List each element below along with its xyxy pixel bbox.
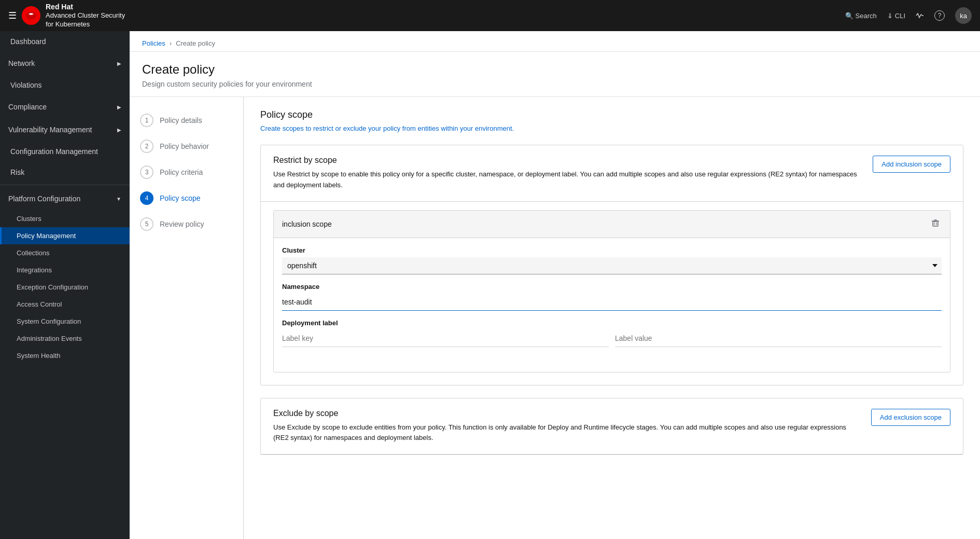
sidebar-item-platform-configuration[interactable]: Platform Configuration ▼	[0, 187, 130, 210]
sidebar-item-configuration-management[interactable]: Configuration Management	[0, 141, 130, 162]
restrict-section-desc: Use Restrict by scope to enable this pol…	[273, 169, 860, 191]
download-icon: ⇓	[887, 12, 893, 20]
sidebar: Dashboard Network ▶ Violations Complianc…	[0, 31, 130, 539]
page-subtitle: Design custom security policies for your…	[142, 80, 968, 88]
step-label-2: Policy behavior	[160, 142, 209, 150]
main-layout: Dashboard Network ▶ Violations Complianc…	[0, 31, 980, 539]
cluster-label: Cluster	[282, 246, 942, 254]
step-number-5: 5	[140, 217, 153, 231]
search-icon: 🔍	[845, 12, 853, 20]
sidebar-subitem-administration-events[interactable]: Administration Events	[0, 330, 130, 347]
wizard-step-4[interactable]: 4 Policy scope	[130, 185, 243, 211]
chevron-right-icon: ▶	[117, 127, 121, 133]
inclusion-scope-card: inclusion scope	[273, 210, 950, 372]
step-label-1: Policy details	[160, 116, 202, 125]
wizard-step-3[interactable]: 3 Policy criteria	[130, 159, 243, 185]
restrict-section-header: Restrict by scope Use Restrict by scope …	[261, 145, 963, 202]
chevron-down-icon: ▼	[116, 196, 121, 202]
cluster-select[interactable]: openshift production staging dev	[282, 257, 942, 274]
add-exclusion-scope-button[interactable]: Add exclusion scope	[871, 409, 950, 426]
step-number-4: 4	[140, 191, 153, 205]
step-label-4: Policy scope	[160, 194, 201, 202]
brand-area: ☰ Red Hat Advanced Cluster Security for …	[8, 2, 839, 29]
add-inclusion-scope-button[interactable]: Add inclusion scope	[873, 156, 950, 173]
sidebar-item-violations[interactable]: Violations	[0, 75, 130, 95]
exclude-section-info: Exclude by scope Use Exclude by scope to…	[273, 409, 859, 444]
brand-logo	[22, 6, 40, 25]
main-content: Policies › Create policy Create policy D…	[130, 31, 980, 539]
sidebar-subitem-exception-configuration[interactable]: Exception Configuration	[0, 279, 130, 296]
policy-scope-title: Policy scope	[260, 109, 963, 120]
search-button[interactable]: 🔍 Search	[845, 12, 877, 20]
policy-scope-description: Create scopes to restrict or exclude you…	[260, 125, 963, 132]
sidebar-subitem-integrations[interactable]: Integrations	[0, 261, 130, 279]
step-number-2: 2	[140, 140, 153, 153]
exclude-section-title: Exclude by scope	[273, 409, 859, 418]
scope-card-title: inclusion scope	[282, 220, 332, 228]
wizard-step-1[interactable]: 1 Policy details	[130, 107, 243, 133]
namespace-form-group: Namespace	[282, 283, 942, 311]
sidebar-item-dashboard[interactable]: Dashboard	[0, 31, 130, 52]
top-navigation: ☰ Red Hat Advanced Cluster Security for …	[0, 0, 980, 31]
breadcrumb-current: Create policy	[176, 39, 215, 47]
exclude-section-header: Exclude by scope Use Exclude by scope to…	[261, 398, 963, 455]
step-number-3: 3	[140, 165, 153, 179]
sidebar-subitem-clusters[interactable]: Clusters	[0, 210, 130, 227]
cli-button[interactable]: ⇓ CLI	[887, 12, 905, 20]
wizard-content: Policy scope Create scopes to restrict o…	[244, 97, 980, 539]
svg-rect-1	[933, 222, 938, 226]
step-label-3: Policy criteria	[160, 168, 203, 176]
scope-card-header: inclusion scope	[274, 211, 950, 238]
restrict-scope-content: inclusion scope	[261, 210, 963, 385]
wizard-step-5[interactable]: 5 Review policy	[130, 211, 243, 237]
restrict-section-info: Restrict by scope Use Restrict by scope …	[273, 156, 860, 191]
sidebar-subitem-policy-management[interactable]: Policy Management	[0, 227, 130, 244]
page-title: Create policy	[142, 62, 968, 77]
user-avatar[interactable]: ka	[955, 7, 972, 24]
help-button[interactable]: ?	[934, 10, 945, 21]
sidebar-subitem-access-control[interactable]: Access Control	[0, 296, 130, 313]
step-label-5: Review policy	[160, 220, 204, 228]
chevron-right-icon: ▶	[117, 61, 121, 66]
wizard-steps: 1 Policy details 2 Policy behavior 3	[130, 97, 244, 539]
deployment-label-label: Deployment label	[282, 319, 942, 327]
cluster-form-group: Cluster openshift production staging dev	[282, 246, 942, 274]
exclude-section-desc: Use Exclude by scope to exclude entities…	[273, 422, 859, 444]
namespace-input[interactable]	[282, 294, 942, 311]
deployment-label-row	[282, 330, 942, 355]
sidebar-item-compliance[interactable]: Compliance ▶	[0, 95, 130, 118]
chevron-right-icon: ▶	[117, 104, 121, 110]
step-number-1: 1	[140, 114, 153, 127]
trash-icon	[931, 219, 940, 229]
scope-card-body: Cluster openshift production staging dev	[274, 238, 950, 372]
label-key-input[interactable]	[282, 330, 609, 347]
label-value-group	[615, 330, 942, 347]
breadcrumb-parent[interactable]: Policies	[142, 39, 165, 47]
sidebar-divider	[0, 185, 130, 185]
wizard-step-2[interactable]: 2 Policy behavior	[130, 133, 243, 159]
activity-icon[interactable]	[916, 11, 924, 20]
brand-text: Red Hat Advanced Cluster Security for Ku…	[46, 2, 125, 29]
sidebar-subitem-system-health[interactable]: System Health	[0, 347, 130, 364]
deployment-label-form-group: Deployment label	[282, 319, 942, 355]
delete-scope-button[interactable]	[929, 217, 942, 231]
sidebar-item-risk[interactable]: Risk	[0, 162, 130, 183]
svg-point-0	[26, 11, 36, 20]
breadcrumb: Policies › Create policy	[130, 31, 980, 52]
label-key-group	[282, 330, 609, 347]
content-area: Policies › Create policy Create policy D…	[130, 31, 980, 539]
sidebar-item-network[interactable]: Network ▶	[0, 52, 130, 75]
sidebar-item-vulnerability-management[interactable]: Vulnerability Management ▶	[0, 118, 130, 141]
sidebar-subitem-collections[interactable]: Collections	[0, 244, 130, 261]
topnav-actions: 🔍 Search ⇓ CLI ? ka	[845, 7, 972, 24]
exclude-by-scope-section: Exclude by scope Use Exclude by scope to…	[260, 398, 963, 455]
breadcrumb-separator: ›	[170, 39, 172, 47]
wizard-layout: 1 Policy details 2 Policy behavior 3	[130, 97, 980, 539]
namespace-label: Namespace	[282, 283, 942, 291]
hamburger-icon[interactable]: ☰	[8, 10, 17, 21]
label-value-input[interactable]	[615, 330, 942, 347]
sidebar-subitem-system-configuration[interactable]: System Configuration	[0, 313, 130, 330]
page-header: Create policy Design custom security pol…	[130, 52, 980, 97]
restrict-by-scope-section: Restrict by scope Use Restrict by scope …	[260, 145, 963, 385]
restrict-section-title: Restrict by scope	[273, 156, 860, 165]
